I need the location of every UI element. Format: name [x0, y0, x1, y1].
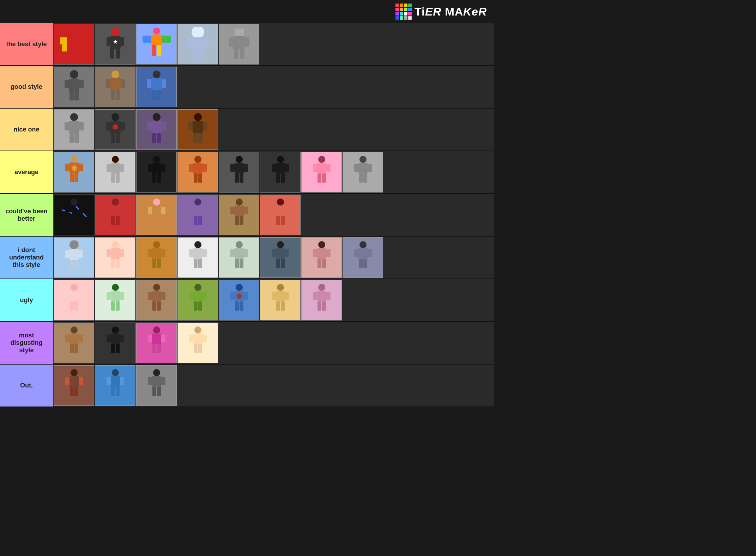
- tier-item[interactable]: [95, 109, 135, 150]
- svg-point-233: [236, 284, 243, 291]
- tier-item[interactable]: [177, 323, 218, 363]
- tier-items-c: 🍔: [53, 151, 494, 193]
- tier-item[interactable]: [301, 237, 342, 278]
- svg-rect-249: [326, 292, 331, 300]
- tier-item[interactable]: [219, 24, 259, 65]
- svg-rect-97: [194, 173, 198, 183]
- tier-item[interactable]: [136, 323, 177, 363]
- svg-rect-98: [198, 173, 202, 183]
- logo-cell: [408, 8, 412, 11]
- tier-item[interactable]: [54, 195, 94, 235]
- svg-rect-44: [151, 78, 162, 90]
- tier-item[interactable]: [219, 152, 259, 193]
- svg-point-179: [194, 241, 201, 248]
- tier-item[interactable]: [54, 24, 94, 65]
- svg-rect-152: [244, 207, 248, 214]
- svg-rect-239: [240, 301, 243, 311]
- tier-item[interactable]: [54, 67, 94, 107]
- tier-item[interactable]: [95, 152, 135, 193]
- tier-item[interactable]: [136, 365, 177, 406]
- svg-rect-23: [193, 51, 197, 60]
- tier-item[interactable]: [54, 280, 94, 320]
- tier-item[interactable]: [301, 280, 342, 320]
- tier-item[interactable]: [177, 195, 218, 235]
- svg-rect-108: [285, 164, 289, 172]
- tier-label-e: i dont understand this style: [0, 237, 53, 279]
- svg-point-209: [71, 284, 78, 291]
- svg-rect-142: [157, 216, 161, 225]
- tier-item[interactable]: [177, 109, 218, 150]
- tier-item[interactable]: 🍔: [54, 152, 94, 193]
- tier-item[interactable]: [95, 323, 135, 363]
- tier-item[interactable]: [136, 152, 177, 193]
- tier-item[interactable]: [95, 280, 135, 320]
- svg-rect-290: [148, 377, 152, 385]
- svg-rect-257: [74, 344, 78, 353]
- svg-point-105: [277, 156, 284, 163]
- tier-item[interactable]: [260, 280, 301, 320]
- svg-rect-188: [244, 249, 248, 257]
- tier-item[interactable]: [301, 152, 342, 193]
- svg-point-55: [111, 113, 119, 121]
- svg-rect-60: [111, 133, 115, 143]
- tier-item[interactable]: [343, 152, 383, 193]
- svg-rect-222: [152, 291, 161, 301]
- tier-item[interactable]: [136, 280, 177, 320]
- svg-rect-159: [276, 216, 280, 225]
- svg-rect-251: [322, 301, 326, 311]
- svg-rect-9: [107, 37, 110, 46]
- logo-cell: [404, 8, 407, 11]
- tier-item[interactable]: [54, 109, 94, 150]
- tier-item[interactable]: [95, 237, 135, 278]
- svg-rect-193: [272, 249, 276, 257]
- tier-item[interactable]: [260, 195, 301, 235]
- tier-item[interactable]: [136, 24, 177, 65]
- svg-point-246: [318, 284, 325, 291]
- tier-item[interactable]: [343, 237, 383, 278]
- tier-item[interactable]: [177, 280, 218, 320]
- svg-rect-220: [116, 301, 120, 311]
- tier-item[interactable]: [177, 237, 218, 278]
- svg-rect-67: [157, 133, 161, 143]
- svg-point-258: [112, 326, 119, 334]
- tier-item[interactable]: [219, 280, 259, 320]
- svg-rect-88: [152, 163, 161, 173]
- svg-rect-201: [317, 259, 321, 268]
- tier-item[interactable]: [260, 237, 301, 278]
- svg-rect-73: [198, 133, 202, 143]
- tier-item[interactable]: [54, 237, 94, 278]
- svg-rect-165: [70, 260, 74, 269]
- svg-rect-236: [230, 292, 235, 300]
- svg-rect-196: [281, 259, 285, 268]
- svg-rect-45: [147, 79, 151, 88]
- svg-rect-171: [111, 259, 115, 268]
- tier-item[interactable]: [136, 195, 177, 235]
- tier-item[interactable]: [219, 237, 259, 278]
- svg-rect-224: [161, 292, 165, 300]
- tier-item[interactable]: [95, 365, 135, 406]
- tier-item[interactable]: [136, 109, 177, 150]
- svg-rect-94: [193, 163, 202, 173]
- tier-items-d: [53, 194, 494, 236]
- tier-item[interactable]: ★: [95, 24, 135, 65]
- svg-point-81: [112, 156, 119, 163]
- svg-rect-77: [65, 164, 69, 171]
- tier-item[interactable]: [136, 67, 177, 107]
- svg-rect-211: [65, 292, 69, 300]
- tier-item[interactable]: [95, 195, 135, 235]
- tier-item[interactable]: [54, 365, 94, 406]
- svg-rect-160: [281, 216, 285, 225]
- tier-item[interactable]: [95, 67, 135, 107]
- svg-rect-10: [121, 37, 124, 46]
- tier-item[interactable]: [177, 152, 218, 193]
- tier-table: the best style: [0, 23, 494, 407]
- svg-point-252: [71, 326, 78, 334]
- tier-item[interactable]: [177, 24, 218, 65]
- svg-rect-186: [235, 248, 244, 259]
- svg-rect-279: [79, 377, 83, 385]
- tier-item[interactable]: [136, 237, 177, 278]
- svg-rect-1: [67, 36, 79, 48]
- tier-item[interactable]: [260, 152, 301, 193]
- tier-item[interactable]: [54, 323, 94, 363]
- tier-item[interactable]: [219, 195, 259, 235]
